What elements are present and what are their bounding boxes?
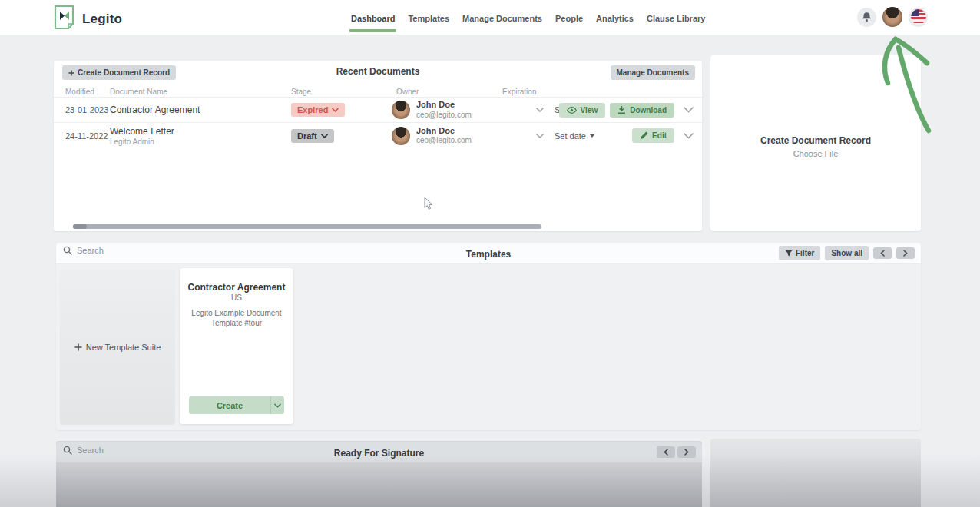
- col-name: Document Name: [110, 88, 167, 96]
- nav-item-dashboard[interactable]: Dashboard: [351, 2, 395, 34]
- brand-name: Legito: [82, 12, 122, 27]
- create-document-record-panel: IIIIIIIIIIIIIII Create Document Record C…: [710, 55, 921, 231]
- new-template-suite-card[interactable]: New Template Suite: [60, 270, 175, 424]
- nav-item-templates[interactable]: Templates: [408, 2, 449, 34]
- chevron-down-icon: [684, 107, 694, 113]
- set-date-dropdown[interactable]: Set date: [555, 123, 608, 148]
- bottom-right-panel: IIIIIIIIIIIIIIIIII: [710, 439, 921, 507]
- app-root: Legito Dashboard Templates Manage Docume…: [0, 0, 980, 507]
- modified-cell: 23-01-2023: [65, 98, 111, 122]
- templates-panel: Templates Filter Show all New Template S…: [56, 243, 921, 430]
- templates-header: Templates Filter Show all: [56, 243, 921, 264]
- nav-item-manage-documents[interactable]: Manage Documents: [462, 2, 542, 34]
- ready-for-signature-panel: Ready For Signature: [56, 441, 702, 507]
- row-expand-button[interactable]: [680, 123, 696, 148]
- eye-icon: [567, 107, 577, 114]
- chevron-down-icon: [684, 133, 694, 139]
- owner-avatar: [392, 101, 410, 119]
- download-button[interactable]: Download: [610, 103, 674, 118]
- col-owner: Owner: [396, 88, 419, 96]
- owner-name: John Doe: [416, 100, 472, 110]
- chevron-left-icon: [664, 449, 668, 456]
- legito-logo-icon: [54, 5, 74, 33]
- create-button[interactable]: Create: [189, 396, 270, 414]
- horizontal-scrollbar[interactable]: [73, 224, 541, 229]
- table-row[interactable]: 23-01-2023 Contractor Agreement Expired …: [54, 97, 702, 122]
- table-row[interactable]: 24-11-2022 Welcome Letter Legito Admin D…: [54, 122, 702, 148]
- clipped-text-artifact: IIIIIIIIIIIIIII: [718, 56, 810, 59]
- col-modified: Modified: [65, 88, 94, 96]
- prev-button[interactable]: [657, 446, 675, 458]
- next-button[interactable]: [677, 446, 696, 458]
- nav-item-clause-library[interactable]: Clause Library: [647, 2, 705, 34]
- chevron-down-icon: [536, 134, 544, 138]
- panel-title: Recent Documents: [54, 66, 702, 77]
- nav-item-people[interactable]: People: [555, 2, 583, 34]
- prev-button[interactable]: [873, 247, 892, 259]
- chevron-down-icon: [536, 108, 544, 112]
- filter-button[interactable]: Filter: [779, 246, 820, 260]
- chevron-right-icon: [903, 250, 908, 257]
- template-region: US: [180, 293, 293, 302]
- panel-title: Ready For Signature: [56, 448, 702, 459]
- stage-badge-expired[interactable]: Expired: [291, 103, 345, 117]
- document-name[interactable]: Welcome Letter: [110, 126, 174, 137]
- chevron-down-icon: [332, 108, 339, 112]
- navbar-right: [857, 7, 928, 27]
- chevron-down-icon: [274, 403, 281, 408]
- create-options-button[interactable]: [270, 396, 284, 414]
- clipped-text-artifact: IIIIIIIIIIIIIIIIII: [718, 439, 810, 442]
- nav-item-analytics[interactable]: Analytics: [596, 2, 634, 34]
- manage-documents-button[interactable]: Manage Documents: [611, 65, 695, 80]
- bell-icon: [862, 12, 872, 22]
- chevron-right-icon: [684, 449, 689, 456]
- owner-dropdown[interactable]: [536, 98, 547, 122]
- top-navbar: Legito Dashboard Templates Manage Docume…: [0, 0, 980, 35]
- owner-dropdown[interactable]: [536, 123, 547, 148]
- modified-cell: 24-11-2022: [65, 123, 111, 148]
- ready-header: Ready For Signature: [56, 442, 702, 462]
- owner-email: ceo@legito.com: [416, 136, 472, 145]
- template-description: Legito Example Document Template #tour: [190, 309, 283, 328]
- show-all-button[interactable]: Show all: [825, 246, 869, 260]
- view-button[interactable]: View: [559, 103, 606, 118]
- plus-icon: [74, 343, 82, 351]
- choose-file-button[interactable]: Choose File: [710, 149, 921, 158]
- ready-body: [56, 462, 702, 507]
- row-expand-button[interactable]: [680, 98, 696, 122]
- create-record-title: Create Document Record: [710, 135, 921, 146]
- notifications-button[interactable]: [857, 8, 876, 27]
- us-flag-icon: [911, 9, 926, 25]
- user-avatar[interactable]: [882, 7, 902, 27]
- owner-name: John Doe: [416, 126, 472, 136]
- chevron-down-icon: [321, 134, 328, 138]
- col-stage: Stage: [291, 88, 311, 96]
- document-name[interactable]: Contractor Agreement: [110, 104, 200, 115]
- stage-badge-draft[interactable]: Draft: [291, 129, 334, 143]
- recent-documents-panel: Create Document Record Recent Documents …: [54, 61, 702, 231]
- main-nav: Dashboard Templates Manage Documents Peo…: [351, 0, 705, 35]
- owner-email: ceo@legito.com: [416, 111, 472, 120]
- edit-button[interactable]: Edit: [632, 128, 674, 143]
- pencil-icon: [640, 131, 648, 140]
- template-title: Contractor Agreement: [184, 282, 289, 293]
- brand[interactable]: Legito: [54, 5, 122, 33]
- document-subtitle: Legito Admin: [110, 138, 154, 146]
- col-expiration: Expiration: [502, 88, 536, 96]
- owner-avatar: [392, 127, 410, 145]
- download-icon: [617, 106, 626, 114]
- next-button[interactable]: [896, 247, 915, 259]
- language-button[interactable]: [909, 8, 928, 27]
- chevron-left-icon: [880, 250, 885, 257]
- filter-icon: [785, 250, 793, 257]
- template-card-contractor-agreement[interactable]: Contractor Agreement US Legito Example D…: [180, 268, 293, 424]
- caret-down-icon: [590, 134, 594, 138]
